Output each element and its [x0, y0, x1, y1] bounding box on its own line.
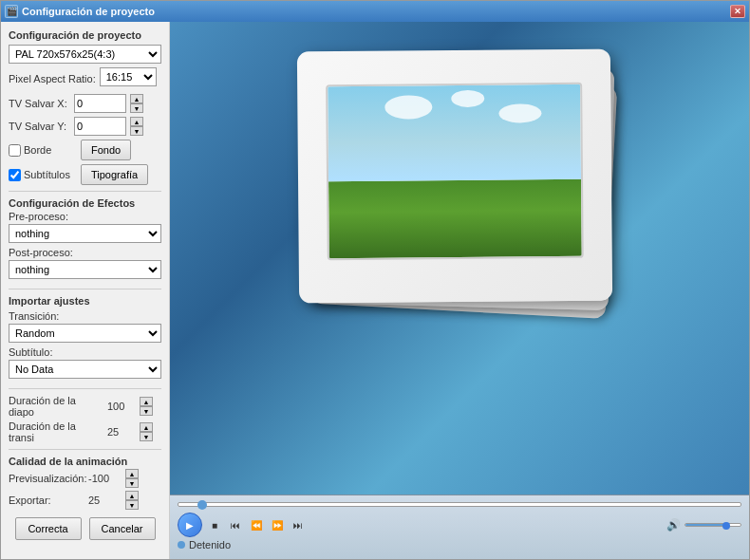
transition-label: Transición:	[9, 310, 161, 322]
preview-up[interactable]: ▲	[125, 469, 139, 478]
quality-title: Calidad de la animación	[9, 456, 161, 467]
format-select[interactable]: PAL 720x576x25(4:3) NTSC 720x480x30(4:3)…	[9, 45, 161, 64]
right-panel: ▶ ■ ⏮ ⏪ ⏩ ⏭ 🔊	[170, 22, 749, 559]
divider-2	[9, 289, 161, 289]
duration-diapo-up[interactable]: ▲	[140, 397, 153, 406]
effects-title: Configuración de Efectos	[9, 197, 161, 209]
transition-select[interactable]: Random Fade Wipe None	[9, 324, 161, 343]
status-led	[178, 541, 185, 549]
tv-save-y-spinner: ▲ ▼	[130, 117, 143, 136]
divider-3	[9, 388, 161, 389]
pixel-ratio-select[interactable]: 16:15 1:1 4:3	[100, 67, 157, 86]
controls-row: ▶ ■ ⏮ ⏪ ⏩ ⏭ 🔊	[178, 513, 741, 537]
duration-transi-spinner: ▲ ▼	[140, 422, 153, 441]
left-panel: Configuración de proyecto PAL 720x576x25…	[1, 22, 170, 559]
preview-value: -100	[88, 473, 122, 484]
duration-transi-value: 25	[107, 426, 136, 438]
subtitle-select[interactable]: No Data Option 1	[9, 360, 161, 379]
progress-thumb	[197, 500, 207, 510]
export-up[interactable]: ▲	[125, 491, 139, 500]
volume-section: 🔊	[666, 518, 741, 532]
volume-fill	[685, 524, 724, 526]
duration-diapo-label: Duración de la diapo	[9, 395, 103, 418]
preview-spinner: ▲ ▼	[125, 469, 139, 488]
duration-diapo-spinner: ▲ ▼	[140, 397, 153, 416]
fondo-button[interactable]: Fondo	[81, 140, 131, 160]
cloud-3	[498, 103, 541, 122]
title-buttons: ✕	[730, 5, 745, 18]
import-title: Importar ajustes	[9, 295, 161, 307]
post-process-select[interactable]: nothing blur sharpen	[9, 260, 161, 279]
export-label: Exportar:	[9, 495, 84, 506]
preview-row: Previsualización: -100 ▲ ▼	[9, 469, 161, 488]
borde-checkbox[interactable]	[9, 144, 21, 157]
transport-bar: ▶ ■ ⏮ ⏪ ⏩ ⏭ 🔊	[170, 495, 749, 559]
duration-diapo-down[interactable]: ▼	[140, 406, 153, 416]
duration-diapo-row: Duración de la diapo 100 ▲ ▼	[9, 395, 161, 418]
close-button[interactable]: ✕	[730, 5, 745, 18]
window-icon: 🎬	[5, 5, 18, 18]
correcta-button[interactable]: Correcta	[15, 517, 82, 540]
subtitles-checkbox[interactable]	[9, 169, 21, 181]
slide-front	[297, 49, 612, 304]
export-down[interactable]: ▼	[125, 500, 139, 510]
next-end-button[interactable]: ⏭	[290, 516, 307, 533]
sky-layer	[328, 84, 581, 181]
slide-image	[326, 83, 584, 260]
progress-container	[178, 499, 741, 509]
next-button[interactable]: ⏩	[269, 516, 286, 533]
ground-layer	[328, 178, 582, 258]
status-area: Detenido	[178, 539, 741, 551]
tv-save-y-input[interactable]	[74, 117, 126, 136]
tv-save-x-label: TV Salvar X:	[9, 98, 70, 109]
tv-save-y-up[interactable]: ▲	[130, 117, 143, 126]
borde-label: Borde	[24, 144, 51, 156]
window-title: Configuración de proyecto	[22, 6, 730, 17]
divider-1	[9, 191, 161, 192]
tv-save-x-row: TV Salvar X: ▲ ▼	[9, 94, 161, 113]
tv-save-x-down[interactable]: ▼	[130, 103, 143, 113]
prev-start-button[interactable]: ⏮	[227, 516, 244, 533]
subtitles-row: Subtítulos Tipografía	[9, 164, 161, 185]
project-config-title: Configuración de proyecto	[9, 29, 161, 41]
stop-button[interactable]: ■	[206, 516, 223, 533]
cancelar-button[interactable]: Cancelar	[89, 517, 156, 540]
tv-save-y-down[interactable]: ▼	[130, 126, 143, 136]
duration-transi-row: Duración de la transi 25 ▲ ▼	[9, 420, 161, 443]
typography-button[interactable]: Tipografía	[81, 164, 148, 185]
tv-save-x-up[interactable]: ▲	[130, 94, 143, 103]
content-area: Configuración de proyecto PAL 720x576x25…	[1, 22, 749, 559]
prev-button[interactable]: ⏪	[248, 516, 265, 533]
progress-track[interactable]	[178, 502, 741, 507]
preview-down[interactable]: ▼	[125, 478, 139, 488]
divider-4	[9, 449, 161, 450]
status-text: Detenido	[189, 539, 231, 551]
subtitles-check-label[interactable]: Subtítulos	[9, 169, 75, 181]
volume-thumb	[722, 522, 730, 530]
cloud-1	[384, 95, 432, 119]
pre-process-label: Pre-proceso:	[9, 211, 161, 222]
pre-process-select[interactable]: nothing blur sharpen	[9, 224, 161, 243]
duration-diapo-value: 100	[107, 401, 136, 412]
volume-icon: 🔊	[666, 518, 681, 532]
subtitles-label: Subtítulos	[24, 169, 70, 180]
export-row: Exportar: 25 ▲ ▼	[9, 491, 161, 510]
tv-save-y-label: TV Salvar Y:	[9, 121, 70, 132]
borde-row: Borde Fondo	[9, 140, 161, 160]
duration-transi-up[interactable]: ▲	[140, 422, 153, 432]
subtitle-select-label: Subtítulo:	[9, 346, 161, 358]
export-value: 25	[88, 495, 122, 506]
duration-transi-label: Duración de la transi	[9, 420, 103, 443]
play-button[interactable]: ▶	[178, 513, 202, 537]
post-process-label: Post-proceso:	[9, 247, 161, 258]
volume-track[interactable]	[684, 523, 741, 527]
bottom-buttons: Correcta Cancelar	[9, 517, 161, 540]
borde-check-label[interactable]: Borde	[9, 144, 75, 157]
import-section: Importar ajustes Transición: Random Fade…	[9, 295, 161, 383]
preview-label: Previsualización:	[9, 473, 84, 484]
title-bar: 🎬 Configuración de proyecto ✕	[1, 1, 749, 22]
duration-transi-down[interactable]: ▼	[140, 432, 153, 441]
tv-save-y-row: TV Salvar Y: ▲ ▼	[9, 117, 161, 136]
tv-save-x-input[interactable]	[74, 94, 126, 113]
cloud-2	[451, 90, 484, 107]
